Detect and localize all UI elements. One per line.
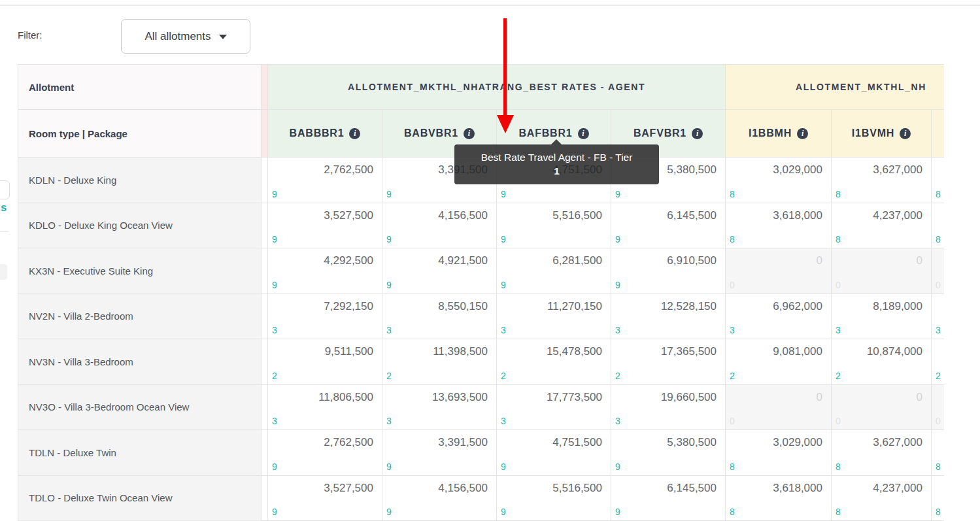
allotment-count: 9: [386, 234, 392, 244]
rate-value: 12,528,150: [661, 300, 717, 313]
group-header-label: ALLOTMENT_MKTHL_NHATRANG_BEST RATES - AG…: [348, 82, 645, 92]
table-row: NV3O - Villa 3-Bedroom Ocean View11,806,…: [18, 385, 944, 431]
group-header-label: ALLOTMENT_MKTHL_NH: [796, 82, 926, 92]
rate-value: 5,516,500: [552, 209, 602, 222]
group-header-1: ALLOTMENT_MKTHL_NHATRANG_BEST RATES - AG…: [268, 64, 726, 110]
rate-value: 3,618,000: [773, 482, 822, 495]
rate-value: 4,921,500: [438, 254, 488, 267]
rate-cell: 3: [932, 294, 944, 340]
column-header-I1BBMH: I1BBMHi: [726, 110, 832, 158]
rate-cell: 6,281,5009: [497, 248, 611, 294]
rate-cell: 19,660,5003: [611, 385, 726, 431]
tooltip-text-line2: 1: [461, 164, 652, 178]
rate-value: 4,156,500: [438, 482, 488, 495]
rate-cell: 8: [932, 430, 944, 476]
rate-cell: 11,270,1503: [497, 294, 611, 340]
rate-value: 0: [817, 254, 822, 267]
rate-cell: 3,029,0008: [726, 158, 832, 203]
row-gap-strip: [262, 339, 268, 385]
column-code: BABVBR1: [404, 127, 458, 139]
row-type-package-header: Room type | Package: [18, 110, 262, 158]
info-icon[interactable]: i: [349, 128, 360, 139]
rate-cell: 00: [726, 248, 832, 294]
rate-value: 6,145,500: [667, 482, 717, 495]
rate-value: 11,398,500: [433, 345, 488, 358]
rate-value: 5,380,500: [667, 436, 717, 449]
row-gap-strip: [262, 158, 268, 203]
rate-value: 3,527,500: [324, 209, 373, 222]
tooltip-text: Best Rate Travel Agent - FB - Tier: [481, 152, 633, 163]
top-divider: [0, 5, 980, 6]
info-icon[interactable]: i: [578, 128, 589, 139]
allotment-count: 3: [501, 416, 506, 426]
allotment-count: 2: [272, 371, 277, 381]
row-gap-strip: [262, 476, 268, 521]
allotment-count: 3: [501, 325, 506, 335]
rate-cell: 3,391,5009: [382, 430, 497, 476]
allotment-count: 9: [272, 280, 277, 290]
left-edge-cutoff-line: [0, 231, 8, 232]
allotment-count: 0: [936, 280, 941, 290]
rate-value: 2,762,500: [324, 436, 373, 449]
rate-cell: 2,762,5009: [268, 158, 382, 203]
rate-value: 4,237,000: [873, 482, 922, 495]
allotment-count: 9: [501, 189, 506, 199]
rate-cell: 4,751,5009: [497, 430, 611, 476]
allotment-count: 8: [836, 507, 841, 517]
info-icon[interactable]: i: [797, 128, 808, 139]
allotment-count: 9: [501, 507, 506, 517]
rate-value: 11,806,500: [318, 391, 373, 404]
allotment-count: 8: [936, 462, 941, 472]
rate-value: 2,762,500: [324, 163, 373, 176]
rate-cell: 7,292,1503: [268, 294, 382, 340]
rate-cell: 00: [726, 385, 832, 431]
allotment-count: 2: [615, 371, 620, 381]
row-label: NV3O - Villa 3-Bedroom Ocean View: [18, 385, 262, 431]
allotment-count: 0: [730, 280, 735, 290]
allotment-count: 3: [615, 325, 620, 335]
allotment-filter-dropdown[interactable]: All allotments: [121, 19, 250, 54]
chevron-down-icon: [219, 35, 227, 39]
allotment-filter-value: All allotments: [144, 30, 211, 43]
rate-cell: 4,237,0008: [832, 203, 932, 249]
allotment-count: 8: [836, 189, 841, 199]
tooltip-caret: [551, 139, 562, 144]
rate-cell: 3,527,5009: [268, 203, 382, 249]
rate-value: 7,292,150: [324, 300, 373, 313]
rate-cell: 13,693,5003: [382, 385, 497, 431]
allotment-count: 0: [936, 416, 941, 426]
row-gap-strip: [262, 248, 268, 294]
allotment-count: 9: [272, 189, 277, 199]
rate-cell: 12,528,1503: [611, 294, 726, 340]
info-icon[interactable]: i: [464, 128, 475, 139]
allotment-count: 9: [615, 462, 620, 472]
allotment-count: 2: [836, 371, 841, 381]
rate-value: 0: [817, 391, 822, 404]
rate-cell: 00: [832, 385, 932, 431]
allotment-count: 2: [936, 371, 941, 381]
rate-value: 13,693,500: [432, 391, 488, 404]
allotment-count: 3: [386, 416, 392, 426]
allotment-count: 8: [730, 462, 735, 472]
allotment-count: 0: [836, 416, 841, 426]
rate-cell: 2,762,5009: [268, 430, 382, 476]
rate-value: 5,516,500: [552, 482, 602, 495]
rate-value: 4,156,500: [438, 209, 488, 222]
allotment-count: 2: [730, 371, 735, 381]
rate-value: 17,365,500: [661, 345, 717, 358]
rate-value: 3,627,000: [873, 436, 922, 449]
allotment-count: 8: [730, 189, 735, 199]
rate-cell: 11,398,5002: [382, 339, 497, 385]
corner-header-allotment: Allotment: [18, 64, 262, 110]
allotment-count: 9: [386, 280, 392, 290]
row-label: TDLO - Deluxe Twin Ocean View: [18, 476, 262, 521]
rate-cell: 15,478,5002: [497, 339, 611, 385]
rate-cell: 3,627,0008: [832, 158, 932, 203]
allotment-count: 8: [936, 189, 941, 199]
allotment-count: 3: [615, 416, 620, 426]
allotment-count: 8: [730, 507, 735, 517]
rate-cell: 0: [932, 385, 944, 431]
rate-cell: 10,874,0002: [832, 339, 932, 385]
info-icon[interactable]: i: [900, 128, 911, 139]
info-icon[interactable]: i: [692, 128, 703, 139]
